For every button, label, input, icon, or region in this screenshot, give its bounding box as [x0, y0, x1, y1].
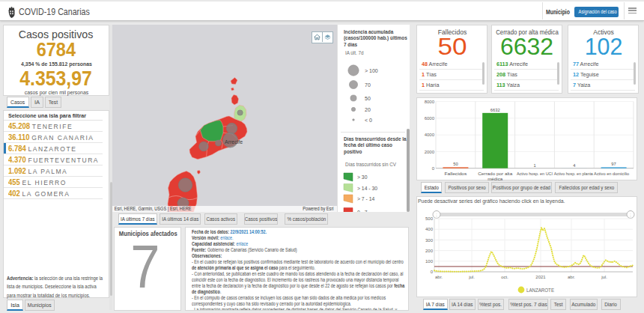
- svg-text:Fallecidos: Fallecidos: [444, 171, 467, 176]
- svg-text:0: 0: [431, 270, 434, 274]
- svg-text:abr.: abr.: [435, 275, 443, 279]
- svg-text:4: 4: [573, 163, 576, 168]
- svg-text:Activo hosp. en planta: Activo hosp. en planta: [554, 171, 594, 176]
- svg-text:Cerrado por alta: Cerrado por alta: [478, 171, 513, 176]
- svg-text:50: 50: [453, 162, 458, 166]
- svg-text:100: 100: [425, 259, 434, 264]
- svg-text:97: 97: [611, 162, 616, 166]
- svg-text:300: 300: [425, 238, 434, 243]
- svg-text:oct.: oct.: [501, 275, 508, 279]
- svg-text:0 - 7: 0 - 7: [357, 210, 368, 212]
- svg-text:70: 70: [365, 82, 371, 88]
- svg-text:> 100: > 100: [365, 68, 378, 73]
- svg-text:400: 400: [425, 227, 434, 231]
- svg-text:20: 20: [365, 107, 371, 112]
- svg-text:jul.: jul.: [601, 275, 607, 279]
- svg-text:6000: 6000: [425, 116, 435, 121]
- svg-text:2021: 2021: [535, 275, 546, 279]
- svg-text:LANZAROTE: LANZAROTE: [526, 288, 554, 293]
- svg-text:1: 1: [533, 163, 535, 168]
- svg-text:4000: 4000: [425, 133, 435, 137]
- svg-text:200: 200: [425, 249, 434, 253]
- svg-text:8000: 8000: [425, 100, 435, 104]
- svg-text:2000: 2000: [425, 150, 435, 154]
- svg-text:> 7 - 14: > 7 - 14: [357, 196, 374, 201]
- svg-text:Arrecife: Arrecife: [225, 139, 243, 145]
- svg-text:⋮: ⋮: [435, 213, 439, 217]
- svg-text:> 30: > 30: [357, 174, 368, 180]
- svg-text:⋮: ⋮: [629, 213, 633, 217]
- svg-text:abr.: abr.: [568, 275, 575, 279]
- svg-text:> 14 - 30: > 14 - 30: [357, 186, 377, 191]
- svg-text:médica: médica: [487, 177, 503, 181]
- svg-text:< 0: < 0: [365, 118, 372, 123]
- svg-text:0: 0: [432, 166, 435, 171]
- svg-text:Activo en domicilio: Activo en domicilio: [594, 171, 630, 176]
- svg-text:6632: 6632: [490, 108, 500, 112]
- svg-text:Activo hosp. en UCI: Activo hosp. en UCI: [517, 171, 553, 176]
- svg-text:500: 500: [425, 216, 434, 221]
- svg-text:jul.: jul.: [468, 275, 475, 279]
- svg-text:50: 50: [365, 96, 371, 101]
